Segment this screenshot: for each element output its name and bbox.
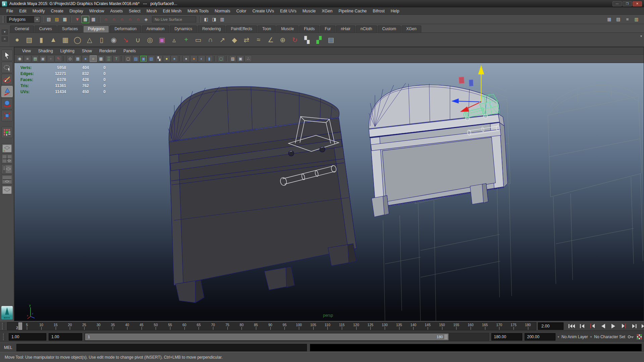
step-back-key-button[interactable] [589, 323, 597, 329]
panel-menu-show[interactable]: Show [78, 49, 96, 53]
extract-faces-icon[interactable]: ↘ [120, 34, 131, 46]
step-forward-key-button[interactable] [620, 323, 628, 329]
maximize-button[interactable]: ❐ [623, 1, 632, 6]
layout-persp-outliner[interactable] [1, 164, 13, 174]
safe-action-icon[interactable]: ▩ [97, 55, 105, 62]
go-to-start-button[interactable] [568, 323, 576, 329]
shelf-tab-fluids[interactable]: Fluids [299, 25, 319, 33]
shelf-tab-custom[interactable]: Custom [378, 25, 401, 33]
frame-all-icon[interactable]: T [113, 55, 120, 62]
command-line-language-toggle[interactable]: MEL [4, 345, 13, 350]
ipr-render-icon[interactable]: ◨ [210, 16, 218, 23]
uv-cube-icon[interactable]: ▣ [156, 34, 168, 46]
menu-modify[interactable]: Modify [30, 9, 48, 13]
select-object-mode-icon[interactable]: ▦ [82, 16, 89, 23]
extrude-icon[interactable]: ↗ [217, 34, 228, 46]
range-slider-grip[interactable] [3, 334, 5, 340]
layout-four-view[interactable] [1, 154, 13, 164]
panel-menu-view[interactable]: View [18, 49, 35, 53]
tool-mode-dropdown[interactable]: Polygons ▾ [7, 16, 40, 23]
shelf-tab-fur[interactable]: Fur [320, 25, 335, 33]
motion-blur-icon[interactable]: ◐ [198, 55, 205, 62]
shelf-tab-toon[interactable]: Toon [258, 25, 276, 33]
uv-editor-icon[interactable]: ▤ [325, 34, 337, 46]
poly-sphere-icon[interactable]: ● [11, 34, 23, 46]
grease-pencil-icon[interactable]: ✎ [55, 55, 62, 62]
live-surface-field[interactable]: No Live Surface [152, 16, 196, 22]
gate-mask-icon[interactable]: ● [82, 55, 89, 62]
command-input[interactable] [16, 344, 307, 351]
safe-title-icon[interactable]: ▒ [105, 55, 112, 62]
menu-help[interactable]: Help [388, 9, 402, 13]
panel-menu-renderer[interactable]: Renderer [96, 49, 120, 53]
menu-edit-uvs[interactable]: Edit UVs [277, 9, 300, 13]
bookmarks-icon[interactable]: ▤ [32, 55, 39, 62]
menu-edit[interactable]: Edit [16, 9, 30, 13]
menu-mesh-tools[interactable]: Mesh Tools [184, 9, 212, 13]
modeling-toolkit-icon[interactable]: ▦ [605, 16, 613, 23]
shelf-tab-animation[interactable]: Animation [142, 25, 169, 33]
last-tool-used[interactable] [1, 127, 13, 138]
menu-display[interactable]: Display [66, 9, 86, 13]
select-component-mode-icon[interactable]: ▦ [90, 16, 97, 23]
shelf-tab-menu-icon[interactable]: ▾ [2, 29, 8, 35]
shelf-tab-dynamics[interactable]: Dynamics [170, 25, 197, 33]
render-current-frame-icon[interactable]: ◧ [202, 16, 210, 23]
current-frame-marker[interactable] [18, 322, 22, 330]
menu-mesh[interactable]: Mesh [144, 9, 160, 13]
poly-pipe-icon[interactable]: ▯ [96, 34, 107, 46]
panel-menu-shading[interactable]: Shading [35, 49, 57, 53]
new-scene-icon[interactable]: ▤ [45, 16, 53, 23]
shelf-tab-deformation[interactable]: Deformation [110, 25, 141, 33]
auto-keyframe-icon[interactable] [628, 335, 634, 339]
viewport-canvas[interactable] [14, 63, 644, 321]
crease-icon[interactable]: ∠ [265, 34, 276, 46]
move-tool[interactable] [1, 86, 13, 97]
snap-to-curve-icon[interactable]: ∩ [110, 16, 118, 23]
viewport-share-icon[interactable]: ∴ [245, 55, 252, 62]
layout-single-persp[interactable] [1, 143, 13, 153]
character-set-dropdown[interactable]: ▾ No Character Set [590, 335, 625, 339]
menu-select[interactable]: Select [126, 9, 144, 13]
snap-to-point-icon[interactable]: ∩ [118, 16, 126, 23]
xray-active-icon[interactable]: ▣ [237, 55, 244, 62]
play-forwards-button[interactable] [609, 323, 618, 329]
tool-settings-icon[interactable]: ≡ [624, 16, 631, 23]
menu-file[interactable]: File [3, 9, 16, 13]
select-hierarchy-icon[interactable]: ▼ [73, 16, 81, 23]
menu-create-uvs[interactable]: Create UVs [249, 9, 277, 13]
poly-cylinder-icon[interactable]: ▮ [36, 34, 47, 46]
film-gate-icon[interactable]: ◇ [66, 55, 74, 62]
layout-hypershade-persp[interactable] [1, 185, 13, 195]
triangulate-icon[interactable]: ▵ [168, 34, 180, 46]
menu-muscle[interactable]: Muscle [300, 9, 319, 13]
animation-end-field[interactable]: 200.00 [525, 333, 555, 341]
shelf-tab-muscle[interactable]: Muscle [276, 25, 299, 33]
status-line-grip[interactable] [3, 16, 5, 23]
lasso-tool[interactable] [1, 62, 13, 73]
menu-create[interactable]: Create [48, 9, 67, 13]
playback-start-field[interactable]: 1.00 [49, 333, 82, 341]
shelf-tab-painteffects[interactable]: PaintEffects [226, 25, 257, 33]
viewport-3d[interactable]: Verts:59584040Edges:122718320Faces:63784… [14, 63, 644, 321]
make-live-icon[interactable]: ◈ [142, 16, 150, 23]
field-chart-icon[interactable]: ○ [90, 55, 97, 62]
poly-torus-icon[interactable]: ◯ [72, 34, 83, 46]
playback-range-bar[interactable]: 1 180 [85, 334, 448, 340]
shelf-tab-rendering[interactable]: Rendering [198, 25, 225, 33]
bridge-icon[interactable]: ∩ [205, 34, 216, 46]
bevel-icon[interactable]: ◆ [229, 34, 240, 46]
render-settings-icon[interactable]: ▥ [218, 16, 226, 23]
menu-window[interactable]: Window [86, 9, 107, 13]
shelf-menu-icon[interactable]: ≡ [2, 37, 8, 42]
spin-edge-icon[interactable]: ↻ [289, 34, 301, 46]
minimize-button[interactable]: — [612, 1, 622, 6]
wireframe-on-shaded-icon[interactable]: ▣ [140, 55, 147, 62]
append-polygon-icon[interactable]: ▭ [193, 34, 204, 46]
menu-edit-mesh[interactable]: Edit Mesh [160, 9, 184, 13]
rotate-tool[interactable] [1, 98, 13, 109]
mirror-geometry-icon[interactable]: ⇄ [241, 34, 252, 46]
range-end-handle[interactable] [444, 335, 447, 339]
panel-menu-lighting[interactable]: Lighting [57, 49, 78, 53]
menu-normals[interactable]: Normals [212, 9, 233, 13]
